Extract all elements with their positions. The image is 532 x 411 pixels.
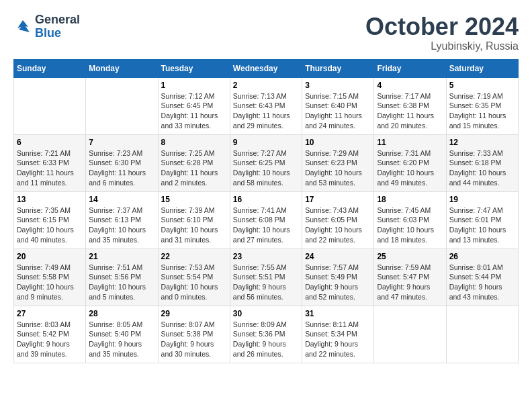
calendar-cell: 30Sunrise: 8:09 AMSunset: 5:36 PMDayligh… [230, 306, 302, 363]
day-number: 9 [233, 138, 299, 147]
day-number: 12 [449, 138, 515, 147]
day-number: 27 [17, 309, 83, 318]
calendar-cell [14, 77, 86, 134]
day-number: 28 [89, 309, 154, 318]
day-header-thursday: Thursday [302, 59, 374, 77]
day-number: 19 [449, 195, 515, 204]
cell-info: Sunrise: 7:13 AMSunset: 6:43 PMDaylight:… [233, 91, 299, 131]
day-header-wednesday: Wednesday [230, 59, 302, 77]
cell-info: Sunrise: 7:39 AMSunset: 6:10 PMDaylight:… [161, 205, 227, 245]
day-number: 17 [305, 195, 371, 204]
calendar-cell: 3Sunrise: 7:15 AMSunset: 6:40 PMDaylight… [302, 77, 374, 134]
cell-info: Sunrise: 7:23 AMSunset: 6:30 PMDaylight:… [89, 148, 154, 188]
cell-info: Sunrise: 7:49 AMSunset: 5:58 PMDaylight:… [17, 263, 83, 302]
cell-info: Sunrise: 8:09 AMSunset: 5:36 PMDaylight:… [233, 320, 299, 359]
calendar-cell: 16Sunrise: 7:41 AMSunset: 6:08 PMDayligh… [230, 191, 302, 248]
day-header-monday: Monday [86, 59, 158, 77]
cell-info: Sunrise: 8:07 AMSunset: 5:38 PMDaylight:… [161, 320, 227, 359]
cell-info: Sunrise: 7:29 AMSunset: 6:23 PMDaylight:… [305, 148, 371, 188]
calendar-cell: 26Sunrise: 8:01 AMSunset: 5:44 PMDayligh… [446, 248, 518, 306]
day-number: 15 [161, 195, 227, 204]
calendar-cell: 12Sunrise: 7:33 AMSunset: 6:18 PMDayligh… [446, 134, 518, 191]
cell-info: Sunrise: 7:17 AMSunset: 6:38 PMDaylight:… [377, 91, 443, 131]
location: Lyubinskiy, Russia [365, 40, 519, 52]
day-number: 18 [377, 195, 443, 204]
calendar-cell: 10Sunrise: 7:29 AMSunset: 6:23 PMDayligh… [302, 134, 374, 191]
calendar-cell: 7Sunrise: 7:23 AMSunset: 6:30 PMDaylight… [86, 134, 158, 191]
cell-info: Sunrise: 7:55 AMSunset: 5:51 PMDaylight:… [233, 263, 299, 302]
calendar-cell: 4Sunrise: 7:17 AMSunset: 6:38 PMDaylight… [374, 77, 446, 134]
day-number: 14 [89, 195, 154, 204]
calendar-cell: 15Sunrise: 7:39 AMSunset: 6:10 PMDayligh… [158, 191, 230, 248]
week-row-1: 1Sunrise: 7:12 AMSunset: 6:45 PMDaylight… [14, 77, 519, 134]
cell-info: Sunrise: 7:43 AMSunset: 6:05 PMDaylight:… [305, 205, 371, 245]
day-number: 1 [161, 81, 227, 90]
calendar-cell: 22Sunrise: 7:53 AMSunset: 5:54 PMDayligh… [158, 248, 230, 306]
calendar-cell: 24Sunrise: 7:57 AMSunset: 5:49 PMDayligh… [302, 248, 374, 306]
page-header: General Blue October 2024 Lyubinskiy, Ru… [13, 13, 519, 52]
cell-info: Sunrise: 8:01 AMSunset: 5:44 PMDaylight:… [449, 263, 515, 302]
day-number: 7 [89, 138, 154, 147]
day-number: 16 [233, 195, 299, 204]
cell-info: Sunrise: 8:11 AMSunset: 5:34 PMDaylight:… [305, 320, 371, 359]
calendar-cell [86, 77, 158, 134]
calendar-cell: 6Sunrise: 7:21 AMSunset: 6:33 PMDaylight… [14, 134, 86, 191]
day-number: 10 [305, 138, 371, 147]
calendar-cell: 29Sunrise: 8:07 AMSunset: 5:38 PMDayligh… [158, 306, 230, 363]
logo-icon [13, 17, 32, 36]
calendar-cell: 17Sunrise: 7:43 AMSunset: 6:05 PMDayligh… [302, 191, 374, 248]
cell-info: Sunrise: 8:03 AMSunset: 5:42 PMDaylight:… [17, 320, 83, 359]
month-title: October 2024 [365, 13, 519, 40]
cell-info: Sunrise: 7:47 AMSunset: 6:01 PMDaylight:… [449, 205, 515, 245]
day-number: 2 [233, 81, 299, 90]
day-number: 30 [233, 309, 299, 318]
calendar-cell: 27Sunrise: 8:03 AMSunset: 5:42 PMDayligh… [14, 306, 86, 363]
day-number: 11 [377, 138, 443, 147]
week-row-3: 13Sunrise: 7:35 AMSunset: 6:15 PMDayligh… [14, 191, 519, 248]
cell-info: Sunrise: 7:33 AMSunset: 6:18 PMDaylight:… [449, 148, 515, 188]
cell-info: Sunrise: 7:19 AMSunset: 6:35 PMDaylight:… [449, 91, 515, 131]
week-row-4: 20Sunrise: 7:49 AMSunset: 5:58 PMDayligh… [14, 248, 519, 306]
calendar-cell [446, 306, 518, 363]
day-number: 3 [305, 81, 371, 90]
day-number: 4 [377, 81, 443, 90]
cell-info: Sunrise: 7:51 AMSunset: 5:56 PMDaylight:… [89, 263, 154, 302]
calendar-cell: 20Sunrise: 7:49 AMSunset: 5:58 PMDayligh… [14, 248, 86, 306]
calendar-cell: 11Sunrise: 7:31 AMSunset: 6:20 PMDayligh… [374, 134, 446, 191]
cell-info: Sunrise: 7:57 AMSunset: 5:49 PMDaylight:… [305, 263, 371, 302]
calendar-cell: 18Sunrise: 7:45 AMSunset: 6:03 PMDayligh… [374, 191, 446, 248]
cell-info: Sunrise: 7:25 AMSunset: 6:28 PMDaylight:… [161, 148, 227, 188]
day-number: 20 [17, 252, 83, 261]
cell-info: Sunrise: 7:35 AMSunset: 6:15 PMDaylight:… [17, 205, 83, 245]
calendar-cell: 23Sunrise: 7:55 AMSunset: 5:51 PMDayligh… [230, 248, 302, 306]
day-number: 23 [233, 252, 299, 261]
cell-info: Sunrise: 7:27 AMSunset: 6:25 PMDaylight:… [233, 148, 299, 188]
week-row-5: 27Sunrise: 8:03 AMSunset: 5:42 PMDayligh… [14, 306, 519, 363]
day-number: 13 [17, 195, 83, 204]
day-number: 29 [161, 309, 227, 318]
calendar-cell: 8Sunrise: 7:25 AMSunset: 6:28 PMDaylight… [158, 134, 230, 191]
day-header-tuesday: Tuesday [158, 59, 230, 77]
cell-info: Sunrise: 7:41 AMSunset: 6:08 PMDaylight:… [233, 205, 299, 245]
day-number: 25 [377, 252, 443, 261]
day-number: 31 [305, 309, 371, 318]
calendar-cell: 2Sunrise: 7:13 AMSunset: 6:43 PMDaylight… [230, 77, 302, 134]
week-row-2: 6Sunrise: 7:21 AMSunset: 6:33 PMDaylight… [14, 134, 519, 191]
calendar-cell: 21Sunrise: 7:51 AMSunset: 5:56 PMDayligh… [86, 248, 158, 306]
cell-info: Sunrise: 7:37 AMSunset: 6:13 PMDaylight:… [89, 205, 154, 245]
cell-info: Sunrise: 7:15 AMSunset: 6:40 PMDaylight:… [305, 91, 371, 131]
day-number: 22 [161, 252, 227, 261]
cell-info: Sunrise: 7:45 AMSunset: 6:03 PMDaylight:… [377, 205, 443, 245]
logo-text: General Blue [35, 13, 80, 40]
day-number: 21 [89, 252, 154, 261]
calendar-cell: 9Sunrise: 7:27 AMSunset: 6:25 PMDaylight… [230, 134, 302, 191]
day-number: 26 [449, 252, 515, 261]
day-number: 8 [161, 138, 227, 147]
calendar-cell: 14Sunrise: 7:37 AMSunset: 6:13 PMDayligh… [86, 191, 158, 248]
calendar-cell: 31Sunrise: 8:11 AMSunset: 5:34 PMDayligh… [302, 306, 374, 363]
day-header-saturday: Saturday [446, 59, 518, 77]
svg-marker-0 [17, 20, 30, 32]
calendar-cell: 19Sunrise: 7:47 AMSunset: 6:01 PMDayligh… [446, 191, 518, 248]
cell-info: Sunrise: 7:12 AMSunset: 6:45 PMDaylight:… [161, 91, 227, 131]
calendar-cell: 13Sunrise: 7:35 AMSunset: 6:15 PMDayligh… [14, 191, 86, 248]
